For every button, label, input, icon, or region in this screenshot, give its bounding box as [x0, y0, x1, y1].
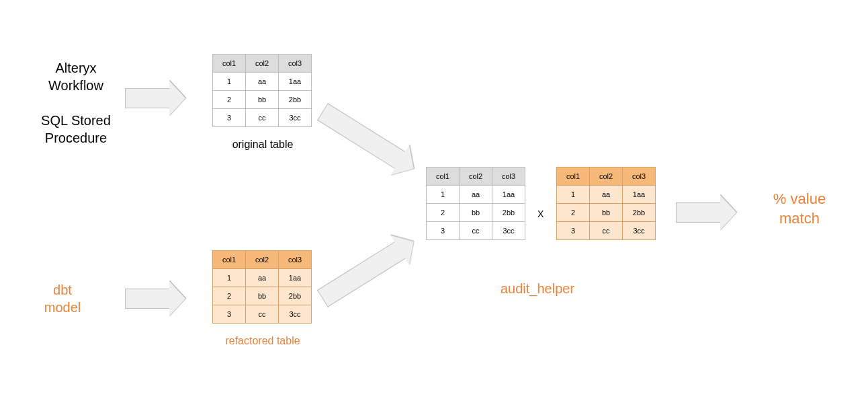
arrow-original-to-audit — [313, 97, 423, 184]
source-top-label: Alteryx Workflow SQL Stored Procedure — [32, 59, 120, 147]
table-row: 2bb2bb — [557, 204, 656, 222]
hdr: col3 — [623, 167, 656, 186]
table-row: 2bb2bb — [213, 91, 312, 109]
refactored-table-caption: refactored table — [212, 335, 313, 347]
hdr: col2 — [246, 251, 279, 269]
result-value-match-label: % value match — [759, 190, 840, 228]
table-row: 1aa1aa — [427, 186, 525, 204]
table-row: 1aa1aa — [213, 73, 312, 91]
hdr: col1 — [213, 251, 246, 269]
audit-right-table: col1 col2 col3 1aa1aa 2bb2bb 3cc3cc — [556, 167, 656, 240]
table-row: 1aa1aa — [213, 269, 312, 287]
hdr: col1 — [427, 167, 460, 186]
original-table: col1 col2 col3 1aa1aa 2bb2bb 3cc3cc — [212, 54, 312, 127]
arrow-audit-to-result — [676, 195, 736, 230]
refactored-table: col1 col2 col3 1aa1aa 2bb2bb 3cc3cc — [212, 250, 312, 324]
table-row: 3cc3cc — [213, 305, 312, 324]
hdr: col2 — [460, 167, 492, 186]
table-row: 2bb2bb — [213, 287, 312, 305]
hdr: col3 — [279, 251, 312, 269]
audit-helper-label: audit_helper — [477, 281, 598, 297]
original-table-caption: original table — [212, 139, 313, 151]
arrow-refactored-to-audit — [313, 227, 423, 313]
table-row: 3cc3cc — [213, 109, 312, 127]
table-row: 1aa1aa — [557, 186, 656, 204]
table-row: 3cc3cc — [427, 222, 525, 240]
hdr: col2 — [246, 54, 279, 73]
audit-left-table: col1 col2 col3 1aa1aa 2bb2bb 3cc3cc — [426, 167, 525, 240]
arrow-bottom-source-to-table — [125, 281, 185, 316]
hdr: col1 — [213, 54, 246, 73]
table-row: 2bb2bb — [427, 204, 525, 222]
hdr: col1 — [557, 167, 590, 186]
source-dbt-label: dbt model — [32, 281, 93, 316]
compare-operator-x: X — [537, 209, 544, 219]
table-row: 3cc3cc — [557, 222, 656, 240]
hdr: col3 — [492, 167, 525, 186]
hdr: col2 — [590, 167, 623, 186]
hdr: col3 — [279, 54, 312, 73]
arrow-top-source-to-table — [125, 81, 185, 116]
